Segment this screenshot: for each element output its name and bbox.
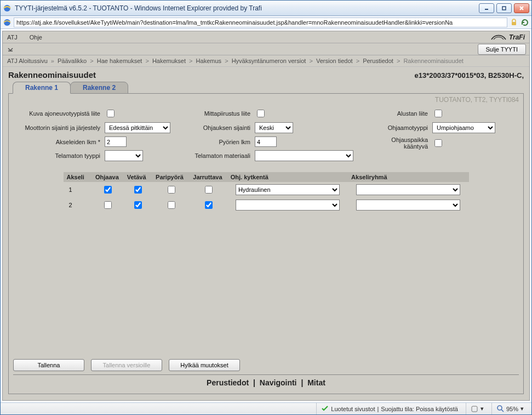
cell-akseliryhma <box>348 182 468 197</box>
axle-row: 1Hydraulinen <box>64 182 469 197</box>
th-paripyora: Paripyörä <box>152 172 190 182</box>
label-kuva-liite: Kuva ajoneuvotyypistä liite <box>18 110 102 117</box>
window-maximize-button[interactable] <box>496 3 512 13</box>
select-moottori[interactable]: Edessä pitkittäin <box>105 122 170 133</box>
bc-item3[interactable]: Hakemukset <box>152 58 186 64</box>
checkbox-ohjauspaikka[interactable] <box>434 139 442 147</box>
row-moottori: Moottorin sijainti ja järjestely Edessä … <box>18 122 170 133</box>
bc-item0[interactable]: ATJ Aloitussivu <box>7 58 48 64</box>
cell-ohjaava <box>92 197 124 213</box>
tab-rakenne-2[interactable]: Rakenne 2 <box>70 82 128 94</box>
window-close-button[interactable] <box>514 3 529 13</box>
context-stamp: TUOTANTO, TT2, TYYTI084 <box>435 96 519 104</box>
footer-link-mitat[interactable]: Mitat <box>307 378 325 387</box>
cell-paripyora <box>152 182 190 197</box>
th-ohj-kytkenta: Ohj. kytkentä <box>227 172 348 182</box>
status-tools-panel[interactable]: ▾ <box>466 403 488 414</box>
label-moottori: Moottorin sijainti ja järjestely <box>18 124 102 131</box>
select-akseliryhma[interactable] <box>356 184 460 195</box>
select-ohjaamotyyppi[interactable]: Umpiohjaamo <box>432 122 495 133</box>
address-url[interactable]: https://atj.ake.fi/sovellukset/AkeTyytiW… <box>14 18 507 27</box>
ssl-lock-icon <box>510 18 518 27</box>
breadcrumb: ATJ Aloitussivu » Päävalikko > Hae hakem… <box>3 55 529 67</box>
svg-point-9 <box>497 406 502 410</box>
footer-link-perustiedot[interactable]: Perustiedot <box>207 378 249 387</box>
cell-akseli: 1 <box>64 182 92 197</box>
svg-point-5 <box>4 19 10 26</box>
th-akseli: Akseli <box>64 172 92 182</box>
save-button[interactable]: Tallenna <box>13 359 84 371</box>
input-akselit[interactable] <box>105 137 127 147</box>
row-ohjaus-sijainti: Ohjauksen sijainti Keski <box>187 122 353 133</box>
bc-item7[interactable]: Perustiedot <box>363 58 393 64</box>
row-ohjaamotyyppi: Ohjaamotyyppi Umpiohjaamo <box>370 122 514 133</box>
input-pyorien[interactable] <box>255 137 277 147</box>
bc-item5[interactable]: Hyväksyntänumeron versiot <box>232 58 306 64</box>
save-versions-button[interactable]: Tallenna versioille <box>91 359 162 371</box>
axle-table-header-row: Akseli Ohjaava Vetävä Paripyörä Jarrutta… <box>64 172 469 182</box>
reject-changes-button[interactable]: Hylkää muutokset <box>169 359 240 371</box>
checkbox-jarruttava[interactable] <box>205 201 213 209</box>
checkbox-ohjaava[interactable] <box>104 186 112 194</box>
label-alustan-liite: Alustan liite <box>370 110 430 117</box>
bc-item1[interactable]: Päävalikko <box>58 58 87 64</box>
row-telamaton-tyyppi: Telamaton tyyppi <box>18 150 170 161</box>
select-akseliryhma[interactable] <box>356 200 460 211</box>
tab-rakenne-1[interactable]: Rakenne 1 <box>13 82 71 94</box>
footer-link-navigointi[interactable]: Navigointi <box>260 378 297 387</box>
label-pyorien: Pyörien lkm <box>187 139 253 145</box>
menu-atj[interactable]: ATJ <box>7 34 18 41</box>
select-ohj-kytkenta[interactable]: Hydraulinen <box>236 184 340 195</box>
status-trusted-panel: Luotetut sivustot | Suojattu tila: Poiss… <box>316 403 462 414</box>
select-ohjaus-sijainti[interactable]: Keski <box>255 122 293 133</box>
checkbox-mittapiirustus[interactable] <box>257 110 265 117</box>
close-tyyti-button[interactable]: Sulje TYYTI <box>478 44 527 55</box>
bc-item2[interactable]: Hae hakemukset <box>97 58 142 64</box>
checkbox-vetava[interactable] <box>134 201 142 209</box>
label-akselit: Akseleiden lkm * <box>18 139 102 145</box>
form-grid: Kuva ajoneuvotyypistä liite Moottorin si… <box>13 97 519 167</box>
checkbox-ohjaava[interactable] <box>104 201 112 209</box>
window-title: TYYTI-järjestelmä v6.5.2 - TUOTANTO - Wi… <box>15 4 479 12</box>
page-code: e13*2003/37*0015*03, B2530H-C, <box>415 71 524 79</box>
checkbox-alustan-liite[interactable] <box>434 110 442 117</box>
th-vetava: Vetävä <box>124 172 152 182</box>
brand-logo: TraFi <box>490 33 525 42</box>
label-telamaton-tyyppi: Telamaton tyyppi <box>18 152 102 159</box>
select-telamaton-tyyppi[interactable] <box>105 150 143 161</box>
row-telamaton-mat: Telamaton materiaali <box>187 150 353 161</box>
refresh-icon[interactable] <box>520 18 529 27</box>
checkbox-paripyora[interactable] <box>168 201 175 209</box>
app-menu-bar: ATJ Ohje TraFi <box>3 31 529 43</box>
ie-window: TYYTI-järjestelmä v6.5.2 - TUOTANTO - Wi… <box>0 0 532 415</box>
page-area: ATJ Ohje TraFi Sulje TYYTI ATJ Aloitussi… <box>2 31 530 401</box>
select-ohj-kytkenta[interactable] <box>236 200 340 211</box>
svg-point-0 <box>4 5 10 12</box>
checkbox-paripyora[interactable] <box>168 186 175 194</box>
window-minimize-button[interactable] <box>479 3 494 13</box>
chevron-down-icon: ▾ <box>480 405 484 412</box>
row-mittapiirustus: Mittapiirustus liite <box>187 108 353 119</box>
bc-item4[interactable]: Hakemus <box>196 58 221 64</box>
page-title: Rakenneominaisuudet <box>8 70 415 79</box>
bc-item6[interactable]: Version tiedot <box>316 58 353 64</box>
svg-line-10 <box>501 410 504 412</box>
checkbox-jarruttava[interactable] <box>205 186 213 194</box>
svg-rect-6 <box>512 22 516 25</box>
tab-panel-rakenne1: TUOTANTO, TT2, TYYTI084 Kuva ajoneuvotyy… <box>8 93 524 394</box>
status-zoom-panel[interactable]: 95% ▾ <box>491 403 528 414</box>
chevron-down-icon: ▾ <box>520 405 524 412</box>
status-trusted-text: Luotetut sivustot <box>331 406 375 412</box>
checkbox-vetava[interactable] <box>134 186 142 194</box>
cell-jarruttava <box>190 197 227 213</box>
label-mittapiirustus: Mittapiirustus liite <box>187 110 253 117</box>
trusted-check-icon <box>321 405 329 413</box>
th-ohjaava: Ohjaava <box>92 172 124 182</box>
menu-ohje[interactable]: Ohje <box>30 34 42 41</box>
checkbox-kuva-liite[interactable] <box>107 110 115 117</box>
cell-vetava <box>124 182 152 197</box>
tab-strip: Rakenne 1 Rakenne 2 <box>3 82 529 94</box>
select-telamaton-mat[interactable] <box>255 150 353 161</box>
anchor-down-icon[interactable] <box>6 45 15 54</box>
label-ohjaus-sijainti: Ohjauksen sijainti <box>187 124 253 131</box>
